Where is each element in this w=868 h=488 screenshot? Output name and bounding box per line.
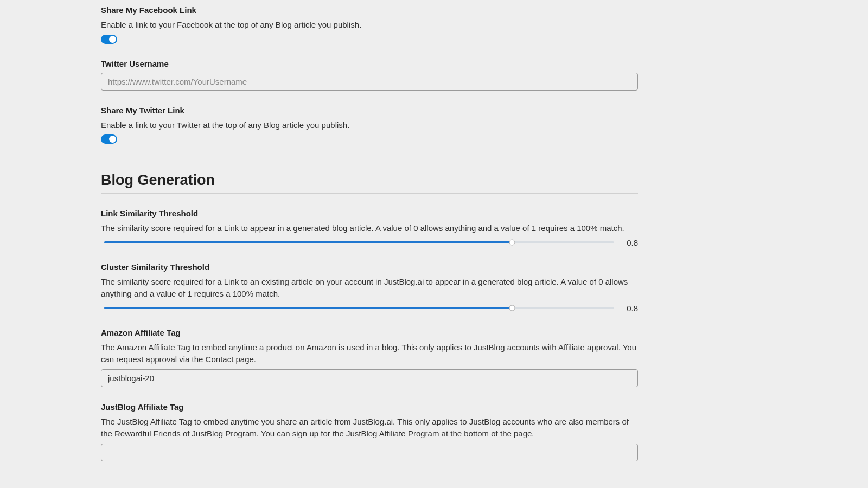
twitter-username-group: Twitter Username xyxy=(101,59,638,91)
slider-thumb[interactable] xyxy=(509,305,515,311)
amazon-tag-group: Amazon Affiliate Tag The Amazon Affiliat… xyxy=(101,328,638,387)
facebook-share-toggle[interactable] xyxy=(101,35,117,44)
link-similarity-slider[interactable] xyxy=(101,238,617,247)
cluster-similarity-value: 0.8 xyxy=(624,304,638,313)
amazon-tag-input[interactable] xyxy=(101,369,638,387)
twitter-share-label: Share My Twitter Link xyxy=(101,106,638,115)
cluster-similarity-group: Cluster Similarity Threshold The similar… xyxy=(101,262,638,313)
justblog-tag-label: JustBlog Affiliate Tag xyxy=(101,402,638,412)
section-title: Blog Generation xyxy=(101,172,638,189)
settings-form: Share My Facebook Link Enable a link to … xyxy=(101,0,638,461)
cluster-similarity-slider[interactable] xyxy=(101,304,617,312)
justblog-tag-desc: The JustBlog Affiliate Tag to embed anyt… xyxy=(101,416,638,440)
justblog-tag-input[interactable] xyxy=(101,444,638,461)
link-similarity-desc: The similarity score required for a Link… xyxy=(101,222,638,235)
amazon-tag-desc: The Amazon Affiliate Tag to embed anytim… xyxy=(101,342,638,366)
slider-fill xyxy=(104,241,512,243)
twitter-share-toggle[interactable] xyxy=(101,134,117,144)
twitter-share-desc: Enable a link to your Twitter at the top… xyxy=(101,119,638,132)
slider-fill xyxy=(104,307,512,309)
slider-track xyxy=(104,241,614,243)
facebook-share-label: Share My Facebook Link xyxy=(101,5,638,15)
toggle-knob xyxy=(109,36,116,43)
link-similarity-label: Link Similarity Threshold xyxy=(101,209,638,218)
facebook-share-desc: Enable a link to your Facebook at the to… xyxy=(101,19,638,31)
cluster-similarity-label: Cluster Similarity Threshold xyxy=(101,262,638,272)
toggle-knob xyxy=(109,136,116,143)
justblog-tag-group: JustBlog Affiliate Tag The JustBlog Affi… xyxy=(101,402,638,461)
link-similarity-group: Link Similarity Threshold The similarity… xyxy=(101,209,638,247)
facebook-share-group: Share My Facebook Link Enable a link to … xyxy=(101,5,638,44)
section-divider xyxy=(101,193,638,194)
amazon-tag-label: Amazon Affiliate Tag xyxy=(101,328,638,337)
slider-track xyxy=(104,307,614,309)
link-similarity-slider-row: 0.8 xyxy=(101,238,638,247)
twitter-share-group: Share My Twitter Link Enable a link to y… xyxy=(101,106,638,144)
link-similarity-value: 0.8 xyxy=(624,238,638,247)
cluster-similarity-slider-row: 0.8 xyxy=(101,304,638,313)
twitter-username-input[interactable] xyxy=(101,73,638,91)
cluster-similarity-desc: The similarity score required for a Link… xyxy=(101,276,638,300)
slider-thumb[interactable] xyxy=(509,240,515,246)
twitter-username-label: Twitter Username xyxy=(101,59,638,68)
